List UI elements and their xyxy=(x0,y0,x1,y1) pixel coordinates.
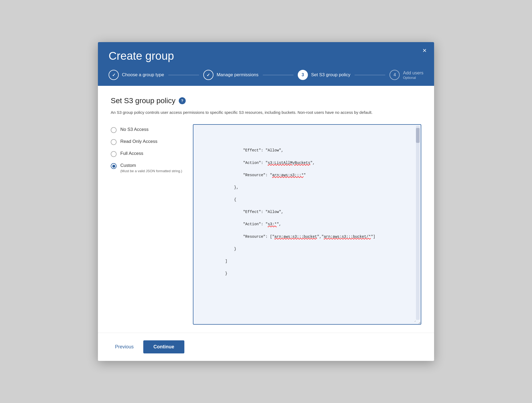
radio-label-full-access: Full Access xyxy=(120,151,143,156)
radio-full-access[interactable]: Full Access xyxy=(111,151,182,157)
continue-button[interactable]: Continue xyxy=(143,340,184,353)
step-3: 3 Set S3 group policy xyxy=(298,70,350,80)
step-4-label: Add users Optional xyxy=(403,70,423,80)
radio-no-s3-access[interactable]: No S3 Access xyxy=(111,127,182,133)
json-editor[interactable]: "Effect": "Allow", "Action": "s3:ListAll… xyxy=(193,124,421,325)
radio-custom[interactable]: Custom (Must be a valid JSON formatted s… xyxy=(111,163,182,173)
step-4-sublabel: Optional xyxy=(403,76,423,80)
step-3-label: Set S3 group policy xyxy=(311,72,350,78)
radio-label-custom: Custom xyxy=(120,163,136,168)
radio-btn-custom[interactable] xyxy=(111,163,117,169)
json-content: "Effect": "Allow", "Action": "s3:ListAll… xyxy=(198,141,416,283)
step-1-label: Choose a group type xyxy=(122,72,164,78)
modal-body: Set S3 group policy ? An S3 group policy… xyxy=(98,86,434,333)
previous-button[interactable]: Previous xyxy=(111,342,138,352)
step-1-circle: ✓ xyxy=(109,70,119,80)
json-editor-wrapper: "Effect": "Allow", "Action": "s3:ListAll… xyxy=(193,124,421,325)
radio-btn-full-access[interactable] xyxy=(111,151,117,157)
help-icon[interactable]: ? xyxy=(179,97,186,104)
radio-options: No S3 Access Read Only Access Fu xyxy=(111,124,182,173)
modal-title: Create group xyxy=(109,50,423,62)
modal-header: × Create group ✓ Choose a group type ✓ M… xyxy=(98,42,434,86)
scrollbar-thumb[interactable] xyxy=(416,128,420,143)
step-4-circle: 4 xyxy=(390,70,400,80)
step-1: ✓ Choose a group type xyxy=(109,70,164,80)
step-2-label: Manage permissions xyxy=(217,72,259,78)
section-title: Set S3 group policy ? xyxy=(111,96,421,105)
radio-btn-no-s3-access[interactable] xyxy=(111,127,117,133)
scrollbar-track xyxy=(416,126,420,320)
step-connector-1 xyxy=(168,75,199,75)
radio-read-only-access[interactable]: Read Only Access xyxy=(111,139,182,145)
radio-label-no-s3-access: No S3 Access xyxy=(120,127,149,132)
create-group-modal: × Create group ✓ Choose a group type ✓ M… xyxy=(98,42,434,361)
modal-footer: Previous Continue xyxy=(98,333,434,361)
step-2: ✓ Manage permissions xyxy=(203,70,259,80)
close-button[interactable]: × xyxy=(423,47,427,54)
step-4: 4 Add users Optional xyxy=(390,70,423,80)
resize-handle: ⌟ xyxy=(414,318,416,323)
section-description: An S3 group policy controls user access … xyxy=(111,109,421,116)
step-2-circle: ✓ xyxy=(203,70,213,80)
radio-inner-custom xyxy=(112,165,115,168)
step-3-circle: 3 xyxy=(298,70,308,80)
content-area: No S3 Access Read Only Access Fu xyxy=(111,124,421,325)
step-connector-3 xyxy=(355,75,385,75)
radio-sublabel-custom: (Must be a valid JSON formatted string.) xyxy=(120,169,182,173)
radio-label-read-only: Read Only Access xyxy=(120,139,157,144)
steps-bar: ✓ Choose a group type ✓ Manage permissio… xyxy=(109,70,423,80)
radio-btn-read-only[interactable] xyxy=(111,139,117,145)
step-connector-2 xyxy=(263,75,293,75)
